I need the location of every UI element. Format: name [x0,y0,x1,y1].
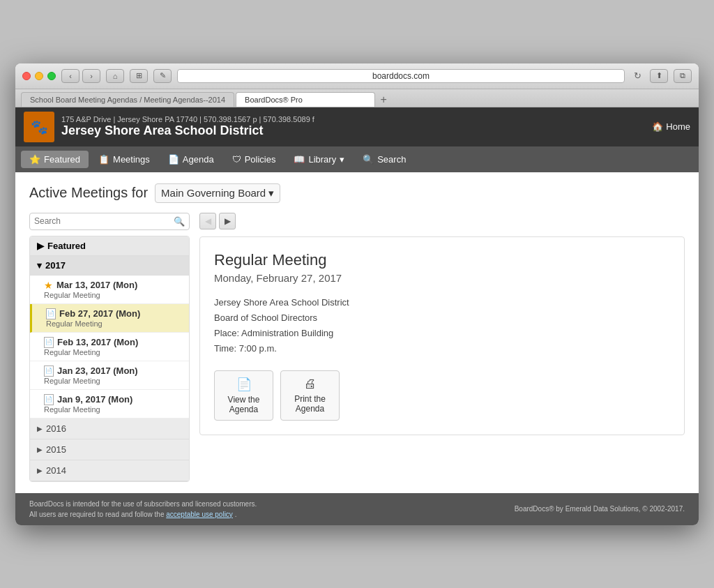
nav-tabs: ⭐ Featured 📋 Meetings 📄 Agenda 🛡 Policie… [15,146,699,172]
tab-boarddocs[interactable]: BoardDocs® Pro [236,92,375,107]
featured-section-header[interactable]: ▶ Featured [30,236,189,256]
year-2015-collapsed[interactable]: ▶ 2015 [30,439,189,460]
tab-meetings-label: Meetings [113,154,150,165]
minimize-button[interactable] [35,72,43,80]
year-2014-triangle: ▶ [37,467,43,474]
meeting-type-mar13: Regular Meeting [44,291,182,299]
search-input[interactable] [34,216,174,226]
meeting-type-jan23: Regular Meeting [44,377,182,385]
traffic-lights [22,72,56,80]
tab-library-label: Library [308,154,336,165]
print-agenda-button[interactable]: 🖨 Print theAgenda [280,370,340,421]
tab-agendas-label: School Board Meeting Agendas / Meeting A… [30,96,225,104]
year-2017-header[interactable]: ▾ 2017 [30,256,189,276]
footer-line1: BoardDocs is intended for the use of sub… [29,499,257,509]
policies-icon: 🛡 [232,154,241,165]
address-bar[interactable]: boarddocs.com [177,69,625,83]
meeting-info: Jersey Shore Area School District Board … [214,295,670,356]
meeting-type-feb13: Regular Meeting [44,348,182,356]
reader-button[interactable]: ⊞ [130,69,148,83]
tab-search[interactable]: 🔍 Search [354,151,414,168]
year-2016-collapsed[interactable]: ▶ 2016 [30,419,189,439]
footer-left: BoardDocs is intended for the use of sub… [29,499,257,520]
year-2017-triangle: ▾ [37,260,42,271]
footer-period: . [235,511,237,518]
doc-icon-jan9: 📄 [44,394,54,405]
back-button[interactable]: ‹ [61,69,79,83]
year-2016-label: 2016 [46,423,66,434]
site-info: 175 A&P Drive | Jersey Shore PA 17740 | … [61,115,314,138]
meeting-item-jan23[interactable]: 📄 Jan 23, 2017 (Mon) Regular Meeting [30,361,189,390]
meeting-date-jan9: Jan 9, 2017 (Mon) [57,394,132,405]
meeting-date-jan23: Jan 23, 2017 (Mon) [57,365,138,376]
search-nav-icon: 🔍 [363,154,374,165]
tab-policies-label: Policies [245,154,276,165]
star-icon: ★ [44,280,53,291]
forward-button[interactable]: › [82,69,100,83]
school-logo: 🐾 [24,112,54,142]
tab-featured[interactable]: ⭐ Featured [21,151,89,168]
year-2016-triangle: ▶ [37,425,43,432]
featured-label: Featured [47,241,86,251]
footer-right: BoardDocs® by Emerald Data Solutions, © … [515,505,685,513]
active-meetings-header: Active Meetings for Main Governing Board… [29,183,685,203]
main-content: Active Meetings for Main Governing Board… [15,172,699,493]
tab-bar: School Board Meeting Agendas / Meeting A… [15,89,699,107]
tab-featured-label: Featured [44,154,80,165]
upload-button[interactable]: ⬆ [650,69,668,83]
content-layout: 🔍 ▶ Featured ▾ 2017 [29,213,685,482]
meeting-item-mar13[interactable]: ★ Mar 13, 2017 (Mon) Regular Meeting [30,276,189,304]
meeting-item-jan9[interactable]: 📄 Jan 9, 2017 (Mon) Regular Meeting [30,390,189,419]
featured-icon: ⭐ [29,154,40,165]
board-selector[interactable]: Main Governing Board ▾ [155,183,280,203]
org-name: Jersey Shore Area School District [214,295,670,310]
tab-library[interactable]: 📖 Library ▾ [285,151,353,168]
right-panel: ◀ ▶ Regular Meeting Monday, February 27,… [199,213,685,482]
view-agenda-button[interactable]: 📄 View theAgenda [214,370,273,421]
print-agenda-label: Print theAgenda [294,394,326,414]
next-meeting-button[interactable]: ▶ [219,213,236,229]
doc-icon-feb13: 📄 [44,337,54,348]
meeting-time: Time: 7:00 p.m. [214,341,670,356]
new-tab-button[interactable]: + [377,93,390,107]
share-page-button[interactable]: ✎ [153,69,172,83]
tab-agendas[interactable]: School Board Meeting Agendas / Meeting A… [21,92,234,107]
site-address: 175 A&P Drive | Jersey Shore PA 17740 | … [61,115,314,123]
left-panel: 🔍 ▶ Featured ▾ 2017 [29,213,190,482]
tab-meetings[interactable]: 📋 Meetings [90,151,158,168]
prev-meeting-button[interactable]: ◀ [199,213,216,229]
site-footer: BoardDocs is intended for the use of sub… [15,493,699,525]
meetings-icon: 📋 [98,154,109,165]
close-button[interactable] [22,72,31,80]
meeting-date-feb27: Feb 27, 2017 (Mon) [59,308,140,319]
library-dropdown-icon: ▾ [340,154,344,165]
time-value: 7:00 p.m. [239,343,277,354]
home-browser-button[interactable]: ⌂ [106,69,124,83]
year-2017-label: 2017 [45,260,66,271]
reload-button[interactable]: ↻ [630,69,644,83]
new-tab-icon[interactable]: ⧉ [674,69,692,83]
meeting-date-mar13: Mar 13, 2017 (Mon) [56,280,137,290]
place-value: Administration Building [241,328,333,338]
search-box[interactable]: 🔍 [29,213,190,230]
meeting-item-feb13[interactable]: 📄 Feb 13, 2017 (Mon) Regular Meeting [30,333,189,361]
meeting-item-feb27[interactable]: 📄 Feb 27, 2017 (Mon) Regular Meeting [30,304,189,333]
acceptable-use-link[interactable]: acceptable use policy [166,511,233,518]
year-2015-label: 2015 [46,444,66,455]
search-icon[interactable]: 🔍 [174,216,185,227]
year-2014-collapsed[interactable]: ▶ 2014 [30,460,189,481]
tab-policies[interactable]: 🛡 Policies [224,151,284,168]
doc-icon-feb27: 📄 [46,308,56,319]
tab-agenda[interactable]: 📄 Agenda [160,151,222,168]
site-name: Jersey Shore Area School District [61,123,314,138]
org-sub: Board of School Directors [214,310,670,326]
year-2015-triangle: ▶ [37,446,43,453]
doc-icon-jan23: 📄 [44,365,54,377]
time-label: Time: [214,343,236,354]
library-icon: 📖 [294,154,305,165]
home-link[interactable]: 🏠 Home [652,121,690,132]
maximize-button[interactable] [47,72,56,80]
tab-search-label: Search [377,154,406,165]
meeting-date-feb13: Feb 13, 2017 (Mon) [57,337,138,347]
nav-arrows: ◀ ▶ [199,213,685,229]
